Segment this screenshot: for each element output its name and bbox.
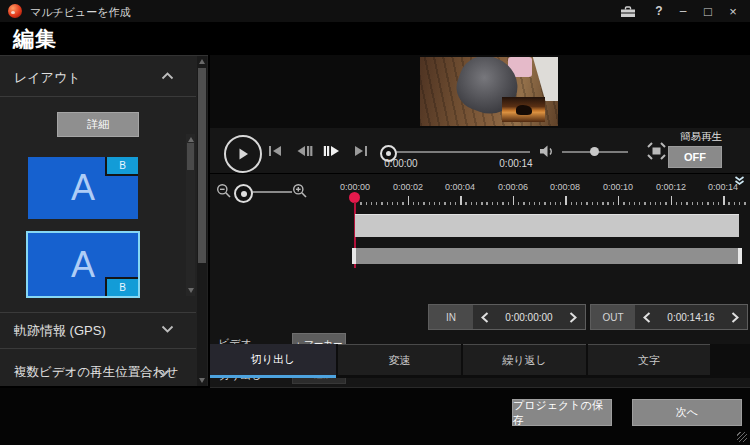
section-align-header[interactable]: 複数ビデオの再生位置合わせ (0, 356, 196, 386)
section-layout-label: レイアウト (14, 69, 81, 87)
layout-option-2-selected[interactable]: A B (28, 233, 138, 296)
app-logo-icon (8, 4, 22, 18)
out-button[interactable]: OUT (591, 305, 635, 329)
layout-sub-label: B (105, 157, 138, 176)
chevron-up-icon (161, 72, 174, 80)
trim-in-handle[interactable] (352, 248, 356, 264)
last-frame-button[interactable] (353, 144, 368, 158)
step-forward-button[interactable] (323, 144, 341, 158)
next-button[interactable]: 次へ (632, 399, 742, 426)
ruler-tick-label: 0:00:04 (445, 182, 475, 192)
zoom-in-icon[interactable] (292, 183, 308, 199)
tab-strip: 切り出し 変速 繰り返し 文字 (210, 344, 750, 378)
trim-out-handle[interactable] (738, 248, 742, 264)
layout-list-scrollbar[interactable] (186, 134, 195, 296)
resize-grip[interactable] (737, 432, 747, 442)
sidebar: レイアウト 詳細 A B A B 軌跡情報 (GPS) (0, 55, 208, 386)
section-layout-header[interactable]: レイアウト (0, 61, 196, 91)
out-group: OUT 0:00:14:16 (590, 304, 748, 330)
sidebar-scrollbar[interactable] (197, 56, 207, 386)
tab-speed[interactable]: 変速 (338, 344, 461, 375)
ruler-tick-label: 0:00:02 (393, 182, 423, 192)
divider (0, 348, 196, 349)
trim-controls: IN 0:00:00:00 OUT 0:00:14:16 (428, 304, 750, 328)
scroll-down-icon[interactable] (199, 378, 205, 383)
layout-sub-label: B (105, 277, 138, 296)
step-back-button[interactable] (296, 144, 313, 158)
in-timecode: 0:00:00:00 (497, 305, 561, 329)
play-icon (236, 147, 250, 161)
active-tab-indicator (210, 375, 336, 378)
divider (0, 96, 196, 97)
preview-area (210, 55, 750, 128)
maximize-button[interactable]: □ (697, 0, 719, 22)
timeline-zoom-handle[interactable] (234, 184, 253, 203)
ruler-tick-label: 0:00:10 (603, 182, 633, 192)
section-align-label: 複数ビデオの再生位置合わせ (14, 364, 178, 381)
out-timecode: 0:00:14:16 (659, 305, 723, 329)
tab-text[interactable]: 文字 (588, 344, 710, 375)
toolbox-icon (620, 5, 636, 18)
ruler-tick-label: 0:00:14 (708, 182, 738, 192)
section-gps-label: 軌跡情報 (GPS) (14, 322, 106, 340)
out-increment-button[interactable] (723, 305, 747, 329)
dog-silhouette (516, 105, 532, 115)
main-panel: 0:00:00 0:00:14 簡易再生 OFF (210, 55, 750, 388)
simple-playback-toggle[interactable]: OFF (668, 146, 722, 168)
in-decrement-button[interactable] (473, 305, 497, 329)
in-button[interactable]: IN (429, 305, 473, 329)
titlebar: マルチビューを作成 ? – □ × (0, 0, 750, 23)
trim-clip-bar[interactable] (352, 248, 742, 264)
ruler-tick-label: 0:00:08 (550, 182, 580, 192)
save-project-button[interactable]: プロジェクトの保存 (512, 399, 612, 426)
volume-icon[interactable] (539, 144, 556, 159)
fullscreen-icon[interactable] (646, 141, 667, 161)
toolbox-button[interactable] (615, 0, 641, 22)
divider (0, 312, 196, 313)
footer-bar: プロジェクトの保存 次へ (0, 388, 750, 445)
video-preview (420, 57, 558, 126)
tab-trim[interactable]: 切り出し (210, 344, 336, 375)
multiview-window: マルチビューを作成 ? – □ × 編集 レイアウト 詳細 A B (0, 0, 750, 445)
window-title: マルチビューを作成 (30, 5, 131, 20)
ruler-tick-label: 0:00:12 (656, 182, 686, 192)
scroll-up-icon[interactable] (188, 137, 194, 142)
scrollbar-thumb[interactable] (187, 143, 194, 170)
ruler-tick-label: 0:00:06 (498, 182, 528, 192)
current-time: 0:00:00 (373, 158, 429, 169)
minimize-button[interactable]: – (672, 0, 694, 22)
layout-option-1[interactable]: A B (28, 157, 138, 219)
chevron-down-icon (157, 369, 170, 377)
timeline: 0:00:00 0:00:02 0:00:04 0:00:06 0:00:08 … (210, 173, 750, 345)
play-button[interactable] (224, 135, 262, 173)
first-frame-button[interactable] (268, 144, 283, 158)
help-button[interactable]: ? (648, 0, 670, 22)
ruler-tick-label: 0:00:00 (340, 182, 370, 192)
tab-repeat[interactable]: 繰り返し (463, 344, 586, 375)
scrollbar-thumb[interactable] (198, 68, 206, 263)
volume-handle[interactable] (590, 147, 599, 156)
scroll-up-icon[interactable] (199, 59, 205, 64)
in-increment-button[interactable] (561, 305, 585, 329)
page-title: 編集 (13, 25, 57, 53)
page-header: 編集 (0, 22, 750, 55)
simple-playback-label: 簡易再生 (680, 130, 722, 144)
section-gps-header[interactable]: 軌跡情報 (GPS) (0, 314, 196, 344)
detail-button[interactable]: 詳細 (57, 112, 139, 137)
out-decrement-button[interactable] (635, 305, 659, 329)
total-time: 0:00:14 (488, 158, 544, 169)
scroll-down-icon[interactable] (188, 288, 194, 293)
seek-slider[interactable] (386, 151, 530, 153)
close-button[interactable]: × (722, 0, 744, 22)
in-group: IN 0:00:00:00 (428, 304, 586, 330)
timeline-ruler[interactable] (355, 196, 748, 205)
video-clip-bar[interactable] (355, 214, 739, 237)
chevron-down-icon (161, 325, 174, 333)
zoom-out-icon[interactable] (216, 183, 232, 199)
pip-thumbnail (502, 97, 545, 122)
